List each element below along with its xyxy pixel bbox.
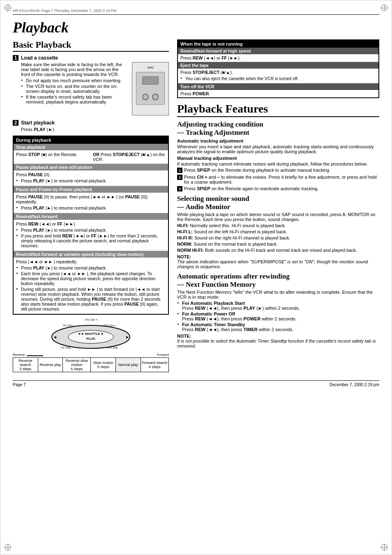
tracking-step-3: 3 Press SP/EP on the Remote again to rea… bbox=[177, 186, 379, 191]
footer-date: December 7, 2000 2:19 pm bbox=[330, 382, 379, 387]
tracking-step-2: 2 Press CH + and – to eliminate the nois… bbox=[177, 175, 379, 184]
rew-ff-bullet-2: If you press and hold REW (◄◄) or FF (►►… bbox=[16, 233, 166, 248]
step-2-body: Press PLAY (►). bbox=[21, 127, 55, 132]
next-function-note-text: It is not possible to select the Automat… bbox=[177, 339, 376, 348]
svg-text:+TV CH +: +TV CH + bbox=[103, 324, 116, 327]
tracking-step-2-text: Press CH + and – to eliminate the noises… bbox=[184, 175, 379, 184]
file-info: HR-FS1U-EN.fm Page 7 Thursday, December … bbox=[13, 9, 379, 15]
audio-monitor-content: While playing back a tape on which stere… bbox=[177, 212, 379, 222]
speed-cell-1: Reverse search3 steps bbox=[13, 358, 38, 372]
auto-tracking-label: Automatic tracking adjustment bbox=[177, 138, 379, 143]
svg-text:+TV VOL: +TV VOL bbox=[106, 346, 118, 349]
step-1-bullet-1: Do not apply too much pressure when inse… bbox=[21, 78, 169, 83]
pause-still-bullet: Press PLAY (►) to resume normal playback… bbox=[16, 178, 166, 183]
tracking-step-1: 1 Press SP/EP on the Remote during playb… bbox=[177, 168, 379, 173]
audio-monitor-item-1: HI-FI: Normally select this. Hi-Fi sound… bbox=[177, 223, 379, 228]
step-1-bullets: Do not apply too much pressure when inse… bbox=[21, 78, 169, 104]
turn-off-body: Press POWER. bbox=[178, 90, 378, 97]
audio-monitor-item-2: HI-FI L: Sound on the left Hi-Fi channel… bbox=[177, 229, 379, 234]
frame-by-frame-body: Press PAUSE (II) to pause, then press |◄… bbox=[14, 193, 168, 213]
step-1-content: Load a cassette JVC bbox=[21, 55, 169, 117]
rew-ff-header: Rewind/fast-forward bbox=[14, 213, 168, 220]
var-speed-bullet-2: Each time you press |◄◄ or ►► |, the pla… bbox=[16, 271, 166, 286]
forward-label: Forward bbox=[157, 353, 169, 357]
var-speed-body: Press |◄◄ or ►► | repeatedly. Press PLAY… bbox=[14, 258, 168, 314]
stop-playback-right: OR Press STOP/EJECT (■/▲) on the VCR. bbox=[93, 152, 166, 162]
jvc-label: JVC bbox=[147, 66, 154, 69]
speed-cell-normal-play: Normal play bbox=[116, 358, 141, 372]
eject-body: Press STOP/EJECT (■/▲). You can also eje… bbox=[178, 69, 378, 83]
var-speed-bullet-3: During still picture, press and hold ►► … bbox=[16, 287, 166, 311]
tracking-step-2-num: 2 bbox=[177, 175, 182, 180]
corner-mark-tl bbox=[5, 5, 11, 11]
speed-cell-5: Forward search4 steps bbox=[141, 358, 168, 372]
manual-tracking-label: Manual tracking adjustment bbox=[177, 156, 379, 161]
right-column: When the tape is not running Rewind/fast… bbox=[177, 39, 379, 372]
shuttle-area: -TV CH + ◄◄ SHUTTLE ► PLUS ◄ ► bbox=[13, 318, 169, 372]
step-1: 1 Load a cassette JVC bbox=[13, 55, 169, 117]
manual-tracking-content: If automatic tracking cannot eliminate n… bbox=[177, 161, 379, 166]
corner-mark-br bbox=[381, 544, 387, 550]
step-1-bullet-3: If the cassette's record safety tab has … bbox=[21, 94, 169, 104]
next-function-title: Automatic operations after rewinding— Ne… bbox=[177, 272, 379, 289]
reverse-label: Reverse bbox=[13, 353, 25, 357]
tracking-step-3-text: Press SP/EP on the Remote again to react… bbox=[184, 186, 318, 191]
audio-monitor-item-4: NORM: Sound on the normal track is playe… bbox=[177, 242, 379, 246]
next-function-item-3: For Automatic Timer Standby Press REW (◄… bbox=[177, 322, 379, 332]
stop-playback-header: Stop playback bbox=[14, 144, 168, 150]
next-function-items: For Automatic Playback Start Press REW (… bbox=[177, 301, 379, 332]
tape-not-running-table: When the tape is not running Rewind/fast… bbox=[177, 39, 379, 98]
stop-playback-left: Press STOP (■) on the Remote. bbox=[16, 152, 89, 162]
main-title: Playback bbox=[13, 19, 379, 36]
audio-monitor-item-5: NORM HI-FI: Both sounds on the Hi-Fi tra… bbox=[177, 248, 379, 253]
pause-still-header: Pause playback and view still picture bbox=[14, 164, 168, 170]
rew-ff-body: Press REW (◄◄) or FF (►►). Press PLAY (►… bbox=[14, 220, 168, 251]
playback-table-header: During playback bbox=[14, 136, 168, 144]
audio-monitor-item-3: HI-FI R: Sound on the right Hi-Fi channe… bbox=[177, 235, 379, 240]
features-title: Playback Features bbox=[177, 102, 379, 117]
basic-playback-title: Basic Playback bbox=[13, 39, 169, 52]
rew-high-speed-header: Rewind/fast-forward at high speed bbox=[178, 48, 378, 54]
step-2-title: Start playback bbox=[21, 120, 55, 126]
eject-header: Eject the tape bbox=[178, 62, 378, 69]
svg-text:►: ► bbox=[125, 335, 129, 339]
shuttle-diagram-svg: ◄◄ SHUTTLE ► PLUS ◄ ► -TV CH + +TV CH + … bbox=[46, 322, 136, 351]
svg-text:-TV VOL: -TV VOL bbox=[60, 346, 71, 349]
next-function-item-2: For Automatic Power Off Press REW (◄◄), … bbox=[177, 311, 379, 321]
svg-text:-TV CH +: -TV CH + bbox=[62, 324, 74, 327]
step-1-number: 1 bbox=[13, 55, 18, 61]
step-1-title: Load a cassette bbox=[21, 55, 169, 61]
tracking-step-1-text: Press SP/EP on the Remote during playbac… bbox=[184, 168, 330, 173]
tv-ch-label-top: -TV CH + bbox=[84, 318, 98, 322]
audio-monitor-note: NOTE: The above indication appears when … bbox=[177, 254, 379, 269]
frame-by-frame-bullet: Press PLAY (►) to resume normal playback… bbox=[16, 205, 166, 210]
audio-monitor-note-header: NOTE: bbox=[177, 254, 191, 259]
playback-table: During playback Stop playback Press STOP… bbox=[13, 136, 169, 315]
next-function-note-header: NOTE: bbox=[177, 334, 191, 339]
stop-playback-body: Press STOP (■) on the Remote. OR Press S… bbox=[14, 150, 168, 164]
audio-monitor-title: Selecting monitor sound— Audio Monitor bbox=[177, 195, 379, 211]
rew-high-speed-body: Press REW (◄◄) or FF (►►). bbox=[178, 54, 378, 62]
next-function-note: NOTE: It is not possible to select the A… bbox=[177, 334, 379, 348]
frame-by-frame-header: Pause and Frame-by-Frame playback bbox=[14, 186, 168, 193]
corner-mark-tr bbox=[381, 5, 387, 11]
var-speed-bullet-1: Press PLAY (►) to resume normal playback… bbox=[16, 265, 166, 270]
tracking-step-3-num: 3 bbox=[177, 186, 182, 191]
turn-off-header: Turn off the VCR bbox=[178, 83, 378, 90]
eject-bullet: You can also eject the cassette when the… bbox=[180, 76, 376, 81]
tape-not-running-header: When the tape is not running bbox=[178, 40, 378, 48]
speed-cell-2: Reverse play bbox=[38, 358, 63, 372]
next-function-item-1: For Automatic Playback Start Press REW (… bbox=[177, 301, 379, 311]
step-2-content: Start playback Press PLAY (►). bbox=[21, 120, 55, 133]
footer: Page 7 December 7, 2000 2:19 pm bbox=[13, 380, 379, 387]
next-function-content: The Next Function Memory "tells" the VCR… bbox=[177, 290, 379, 299]
tracking-title: Adjusting tracking condition— Tracking A… bbox=[177, 120, 379, 137]
left-column: Basic Playback 1 Load a cassette JVC bbox=[13, 39, 169, 372]
pause-still-body: Press PAUSE (II). Press PLAY (►) to resu… bbox=[14, 170, 168, 186]
speed-table: Reverse search3 steps Reverse play Rever… bbox=[13, 357, 169, 372]
audio-monitor-note-text: The above indication appears when "SUPER… bbox=[177, 259, 368, 269]
tracking-step-1-num: 1 bbox=[177, 168, 182, 173]
var-speed-header: Rewind/fast-forward at variable speed (i… bbox=[14, 251, 168, 258]
auto-tracking-content: Whenever you insert a tape and start pla… bbox=[177, 144, 379, 154]
svg-text:◄◄ SHUTTLE ►: ◄◄ SHUTTLE ► bbox=[77, 332, 104, 336]
